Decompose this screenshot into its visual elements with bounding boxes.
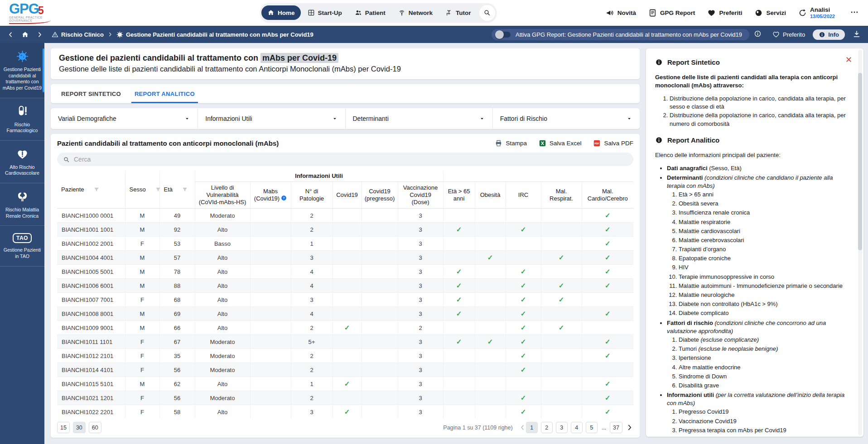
column-header-mal-cardio-cerebro[interactable]: Mal. Cardio/Cerebro xyxy=(582,181,633,209)
table-row[interactable]: BIANCHI1015 5101M62Alto1✓3✓ xyxy=(57,377,633,391)
back-button[interactable] xyxy=(7,31,14,38)
panel-scrollbar-thumb[interactable] xyxy=(858,73,862,250)
filter-dropdown-fattori-di-rischio[interactable]: Fattori di Rischio xyxy=(493,108,640,129)
page-button-2[interactable]: 2 xyxy=(541,422,553,433)
filter-dropdown-determinanti[interactable]: Determinanti xyxy=(346,108,493,129)
topbar-action-gpg-report[interactable]: GPG Report xyxy=(648,9,695,17)
table-row[interactable]: BIANCHI1002 2001F53Basso13✓ xyxy=(57,237,633,251)
app-logo[interactable]: GPG 5 GENERAL PRACTICE GOVERNANCE xyxy=(9,2,51,24)
topbar-action-preferiti[interactable]: Preferiti xyxy=(707,9,742,17)
table-row[interactable]: BIANCHI1006 6001M88Alto43✓✓✓✓ xyxy=(57,279,633,293)
column-header-covid19-pregresso[interactable]: Covid19 (pregresso) xyxy=(362,181,398,209)
sidebar-item-gestione-pazienti-in[interactable]: TAOGestione Pazienti in TAO xyxy=(0,226,44,266)
filter-dropdown-informazioni-utili[interactable]: Informazioni Utili xyxy=(198,108,345,129)
nav-item-network[interactable]: Network xyxy=(392,5,439,20)
nav-item-patient[interactable]: Patient xyxy=(349,5,391,20)
data-cell: ✓ xyxy=(506,321,541,335)
next-page-button[interactable] xyxy=(626,424,633,431)
column-header-et[interactable]: Età xyxy=(159,171,195,209)
preferito-button[interactable]: Preferito xyxy=(772,31,805,38)
help-icon-wrap[interactable]: ? xyxy=(281,195,287,201)
sublist-item-text: Tumori xyxy=(679,345,697,352)
column-header-covid19[interactable]: Covid19 xyxy=(333,181,362,209)
sidebar-item-rischio-malattia-renale[interactable]: Rischio Malattia Renale Cronica xyxy=(0,183,44,226)
tab-report-sintetico[interactable]: REPORT SINTETICO xyxy=(54,84,128,103)
page-button-5[interactable]: 5 xyxy=(586,422,598,433)
column-header-et-65-anni[interactable]: Età > 65 anni xyxy=(443,181,475,209)
table-row[interactable]: BIANCHI1012 2101F35Moderato23✓✓ xyxy=(57,349,633,363)
column-header-irc[interactable]: IRC xyxy=(506,181,541,209)
action-salva-excel[interactable]: Salva Excel xyxy=(539,139,582,147)
tab-report-analitico[interactable]: REPORT ANALITICO xyxy=(128,84,202,103)
gpg-report-toggle[interactable]: Attiva GPG Report: Gestione Pazienti can… xyxy=(492,29,749,40)
table-row[interactable]: BIANCHI1000 0001M49Moderato23✓ xyxy=(57,209,633,223)
bullet-sublist: Pregresso Covid19Vaccinazione Covid19Pre… xyxy=(679,408,850,437)
column-header-vaccinazione-covid19-dose[interactable]: Vaccinazione Covid19 (Dose) xyxy=(398,181,443,209)
more-options-button[interactable] xyxy=(850,8,859,18)
cell-value: 53 xyxy=(174,240,180,247)
page-size-30[interactable]: 30 xyxy=(73,422,86,433)
page-button-1[interactable]: 1 xyxy=(526,422,538,433)
table-row[interactable]: BIANCHI1007 7001F68Alto33✓✓✓ xyxy=(57,293,633,307)
filter-label: Fattori di Rischio xyxy=(500,115,547,122)
nav-search-button[interactable] xyxy=(479,5,495,21)
breadcrumb-item-2[interactable]: Gestione Pazienti candidabili al trattam… xyxy=(116,31,313,38)
breadcrumb-item-1[interactable]: Rischio Clinico xyxy=(52,31,104,38)
column-header-n-di-patologie[interactable]: N° di Patologie xyxy=(291,181,333,209)
sidebar-item-alto-rischio-cardiovascolare[interactable]: Alto Rischio Cardiovascolare xyxy=(0,141,44,183)
page-size-15[interactable]: 15 xyxy=(57,422,70,433)
data-cell: ✓ xyxy=(506,335,541,349)
column-header-livello-di-vulnerabilit-covid-mabs-hs[interactable]: Livello di Vulnerabilità (CoVId-mAbs-HS) xyxy=(195,181,250,209)
toggle-switch[interactable] xyxy=(496,32,511,38)
action-salva-pdf[interactable]: PDFSalva PDF xyxy=(593,139,633,147)
cell-value: BIANCHI1014 4101 xyxy=(62,367,113,373)
search-bar[interactable] xyxy=(57,153,633,166)
sidebar-item-gestione-pazienti-candidabili[interactable]: Gestione Pazienti candidabili al trattam… xyxy=(0,43,44,98)
table-row[interactable]: BIANCHI1009 9001M66Alto2✓2✓✓ xyxy=(57,321,633,335)
nav-item-home[interactable]: Home xyxy=(261,5,301,20)
search-input[interactable] xyxy=(74,156,627,163)
data-cell: Moderato xyxy=(195,391,250,405)
download-button[interactable] xyxy=(853,30,861,39)
home-button[interactable] xyxy=(21,31,29,38)
topbar-action-novit[interactable]: Novità xyxy=(606,9,636,17)
table-row[interactable]: BIANCHI1008 8001M69Alto43✓✓✓ xyxy=(57,307,633,321)
table-row[interactable]: BIANCHI1014 4101F56Moderato23✓ xyxy=(57,363,633,377)
forward-button[interactable] xyxy=(36,31,43,38)
column-header-obesit[interactable]: Obesità xyxy=(475,181,506,209)
check-icon: ✓ xyxy=(456,267,462,275)
prev-page-button[interactable] xyxy=(519,424,526,431)
topbar-action-servizi[interactable]: Servizi xyxy=(754,9,786,17)
column-header-mabs-covid19[interactable]: Mabs (Covid19)? xyxy=(250,181,291,209)
nav-item-tutor[interactable]: Tutor xyxy=(439,5,477,20)
sidebar-item-rischio-farmacologico[interactable]: Rischio Farmacologico xyxy=(0,98,44,141)
check-icon: ✓ xyxy=(559,296,564,303)
topbar-action-analisi[interactable]: Analisi13/05/2022 xyxy=(798,6,835,19)
toggle-info[interactable] xyxy=(754,30,762,39)
action-stampa[interactable]: Stampa xyxy=(495,139,527,147)
table-row[interactable]: BIANCHI1011 1101F67Moderato5+3✓✓✓✓ xyxy=(57,335,633,349)
close-icon xyxy=(845,56,853,63)
close-panel-button[interactable] xyxy=(845,56,853,65)
column-header-sesso[interactable]: Sesso xyxy=(125,171,159,209)
column-header-mal-respirat[interactable]: Mal. Respirat. xyxy=(541,181,582,209)
table-row[interactable]: BIANCHI1022 2201F58Alto3✓3✓✓ xyxy=(57,405,633,418)
table-row[interactable]: BIANCHI1021 1201F56Moderato23✓✓ xyxy=(57,391,633,405)
page-button-37[interactable]: 37 xyxy=(610,422,622,433)
cell-value: Basso xyxy=(214,240,231,247)
column-header-paziente[interactable]: Paziente xyxy=(57,171,125,209)
page-button-3[interactable]: 3 xyxy=(556,422,568,433)
table-row[interactable]: BIANCHI1001 1001M92Alto23✓✓✓ xyxy=(57,223,633,237)
table-row[interactable]: BIANCHI1005 5001M78Alto43✓✓✓ xyxy=(57,265,633,279)
table-row[interactable]: BIANCHI1004 4001M57Alto33✓✓✓ xyxy=(57,251,633,265)
data-cell xyxy=(541,363,582,377)
nav-item-start-up[interactable]: Start-Up xyxy=(302,5,348,20)
info-button[interactable]: Info xyxy=(813,29,845,40)
data-cell: Alto xyxy=(195,251,250,265)
page-button-4[interactable]: 4 xyxy=(571,422,583,433)
filter-dropdown-variali-demografiche[interactable]: Variali Demografiche xyxy=(51,108,198,129)
page-size-60[interactable]: 60 xyxy=(89,422,101,433)
cell-value: 3 xyxy=(310,409,313,415)
data-cell: ✓ xyxy=(333,377,362,391)
export-actions: StampaSalva ExcelPDFSalva PDF xyxy=(495,139,633,147)
